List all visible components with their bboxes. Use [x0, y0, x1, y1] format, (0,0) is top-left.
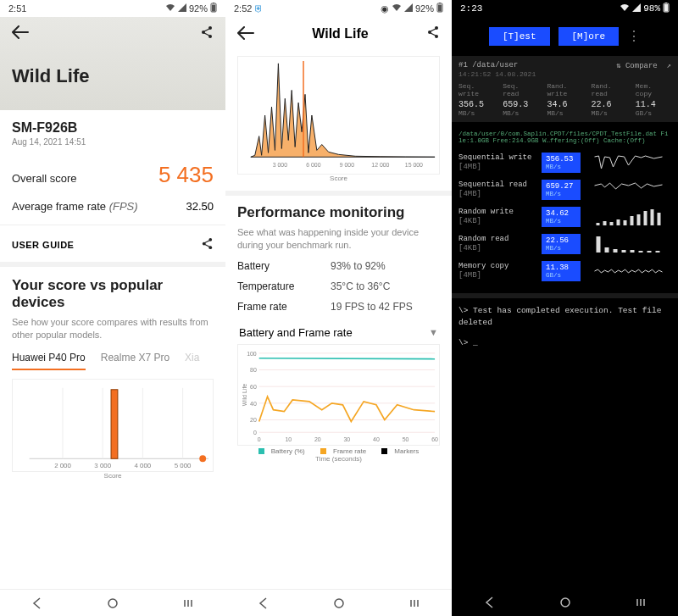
nav-home-icon[interactable] — [107, 597, 119, 609]
nav-back-icon[interactable] — [258, 597, 270, 609]
metric-value-badge: 22.56MB/s — [542, 234, 581, 254]
nav-recents-icon[interactable] — [635, 597, 647, 608]
nav-back-icon[interactable] — [484, 597, 496, 608]
overall-score-label: Overall score — [12, 172, 77, 185]
page-title: Wild Life — [12, 65, 214, 87]
svg-point-15 — [199, 455, 206, 462]
svg-text:3 000: 3 000 — [273, 162, 287, 168]
wifi-icon — [620, 3, 630, 14]
user-guide-link[interactable]: USER GUIDE — [12, 240, 74, 250]
svg-rect-72 — [651, 209, 654, 225]
overflow-menu-icon[interactable]: ⋮ — [627, 28, 641, 45]
more-button[interactable]: [M]ore — [559, 27, 620, 46]
location-icon: ◉ — [381, 3, 389, 14]
tab-xiaomi-truncated[interactable]: Xia — [185, 352, 199, 370]
tab-huawei-p40-pro[interactable]: Huawei P40 Pro — [12, 352, 86, 370]
phone-2-wildlife-monitoring: 2:52 ⛨ ◉ 92% Wild Life 3 0006 0009 000 1… — [225, 0, 452, 616]
signal-icon — [404, 3, 413, 14]
perf-subtext: See what was happening inside your devic… — [237, 226, 440, 252]
share-button[interactable] — [426, 25, 440, 42]
metric-sparkline — [586, 180, 671, 199]
chevron-down-icon: ▼ — [429, 327, 438, 337]
svg-text:6 000: 6 000 — [306, 162, 320, 168]
term-line-1: \> Test has completed execution. Test fi… — [458, 305, 671, 330]
svg-text:10: 10 — [285, 436, 292, 442]
svg-rect-65 — [603, 221, 607, 225]
svg-rect-76 — [614, 249, 618, 253]
svg-rect-1 — [212, 5, 215, 12]
clock: 2:51 — [8, 3, 26, 14]
battery-label: Battery — [237, 260, 331, 272]
status-bar: 2:52 ⛨ ◉ 92% — [225, 0, 452, 17]
device-model: SM-F926B — [12, 120, 214, 136]
wifi-icon — [392, 3, 402, 14]
android-nav-bar — [452, 589, 678, 616]
selector-label: Battery and Frame rate — [239, 326, 353, 339]
overall-score-value: 5 435 — [158, 162, 214, 188]
summary-col: Seq. read659.3MB/s — [503, 83, 538, 117]
avg-fps-label: Average frame rate (FPS) — [12, 200, 138, 213]
status-bar: 2:23 98% — [452, 0, 678, 17]
svg-rect-62 — [664, 4, 668, 12]
metric-row-memory-copy: Memory copy[4MB]11.38GB/s — [458, 261, 671, 281]
svg-text:5 000: 5 000 — [175, 462, 192, 469]
svg-text:0: 0 — [253, 430, 257, 436]
status-bar: 2:51 92% — [0, 0, 225, 17]
metric-label: Sequential write[4MB] — [458, 153, 536, 171]
back-button[interactable] — [12, 24, 29, 43]
metric-row-random-write: Random write[4KB]34.62MB/s — [458, 207, 671, 227]
compare-link[interactable]: ⇅ Compare — [616, 62, 658, 70]
svg-rect-70 — [637, 214, 641, 225]
summary-col: Rand. read22.6MB/s — [592, 83, 627, 117]
svg-text:15 000: 15 000 — [405, 162, 423, 168]
svg-rect-74 — [597, 236, 601, 253]
nav-home-icon[interactable] — [559, 597, 571, 608]
phone-3-cpdt-benchmark: 2:23 98% [T]est [M]ore ⋮ #1 /data/user ⇅… — [452, 0, 678, 616]
svg-point-82 — [561, 598, 570, 607]
chart2-xaxis: Time (seconds) — [237, 455, 440, 463]
share-button[interactable] — [200, 25, 214, 42]
metric-sparkline — [586, 262, 671, 280]
nav-recents-icon[interactable] — [182, 597, 194, 609]
test-file-info: /data/user/0/com.Saplin.CPDT/files/CPDT_… — [452, 130, 678, 144]
svg-rect-69 — [631, 216, 634, 225]
svg-rect-2 — [213, 3, 214, 3]
tab-realme-x7-pro[interactable]: Realme X7 Pro — [101, 352, 170, 370]
metric-value-badge: 34.62MB/s — [542, 207, 581, 227]
svg-text:9 000: 9 000 — [340, 162, 354, 168]
clock: 2:52 ⛨ — [234, 3, 264, 14]
summary-col: Rand. write34.6MB/s — [547, 83, 582, 117]
hero-banner: Wild Life — [0, 17, 225, 110]
share-run-button[interactable]: ↗ — [667, 62, 671, 70]
framerate-value: 19 FPS to 42 FPS — [331, 301, 413, 313]
svg-text:2 000: 2 000 — [54, 462, 71, 469]
battery-icon — [210, 3, 217, 14]
metric-row-sequential-read: Sequential read[4MB]659.27MB/s — [458, 180, 671, 200]
page-title: Wild Life — [312, 26, 369, 42]
svg-rect-80 — [647, 251, 652, 253]
svg-text:0: 0 — [258, 436, 261, 442]
chart-selector[interactable]: Battery and Frame rate ▼ — [239, 326, 438, 339]
svg-rect-66 — [610, 222, 614, 225]
metric-sparkline — [586, 208, 671, 226]
nav-recents-icon[interactable] — [408, 597, 420, 609]
svg-rect-79 — [639, 251, 643, 253]
temperature-label: Temperature — [237, 280, 331, 292]
svg-rect-26 — [439, 3, 441, 3]
svg-text:40: 40 — [250, 400, 257, 406]
temperature-value: 35°C to 36°C — [331, 280, 390, 292]
svg-rect-67 — [617, 219, 620, 225]
back-button[interactable] — [237, 25, 254, 44]
nav-back-icon[interactable] — [31, 597, 43, 609]
chart-legend: Battery (%) Frame rate Markers — [237, 447, 440, 455]
avg-fps-value: 32.50 — [186, 200, 214, 213]
test-button[interactable]: [T]est — [489, 27, 550, 46]
phone-1-wildlife-result: 2:51 92% Wild Life SM-F926B Aug 1 — [0, 0, 225, 616]
metric-row-sequential-write: Sequential write[4MB]356.53MB/s — [458, 153, 671, 173]
share-result-button[interactable] — [201, 237, 214, 252]
battery-value: 93% to 92% — [331, 260, 386, 272]
nav-home-icon[interactable] — [333, 597, 345, 609]
battery-text: 92% — [189, 3, 208, 14]
signal-icon — [178, 3, 186, 14]
wifi-icon — [165, 3, 175, 14]
